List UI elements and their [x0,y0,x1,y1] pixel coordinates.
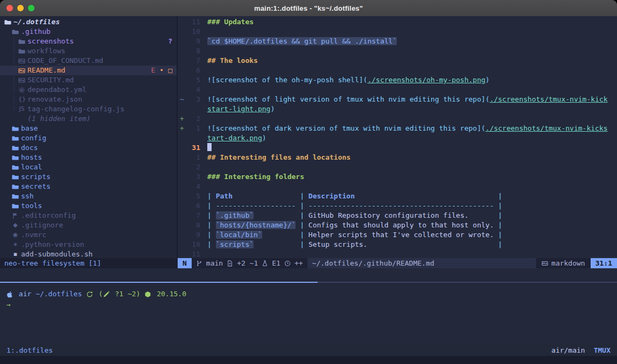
git-status-badge: □ [168,66,172,75]
gutter-sign [178,240,186,249]
editor-line[interactable]: 6| ------------------- | ---------------… [178,201,617,211]
tree-item-renovate-json[interactable]: │{}renovate.json [0,95,177,104]
syntax-segment: | [207,192,216,200]
line-number: 11 [186,249,200,258]
traffic-lights [6,5,34,11]
tree-item-secrets[interactable]: secrets [0,182,177,191]
tree-item-1-hidden-item[interactable]: (1 hidden item) [0,114,177,124]
editor-line[interactable]: tart-dark.png) [178,133,617,143]
prompt-token: ~/.dotfiles [36,289,86,299]
editor-line[interactable]: 10| `scripts` | Setup scripts. | [178,240,617,249]
editor-line[interactable]: 5| Path | Description | [178,191,617,201]
line-number: 4 [186,85,200,95]
line-text [207,143,212,153]
syntax-segment: | [207,211,216,219]
zoom-button[interactable] [28,5,34,11]
close-button[interactable] [6,5,13,11]
tree-item-label: .python-version [21,240,84,249]
tree-item-base[interactable]: base [0,124,177,133]
tree-item-ssh[interactable]: ssh [0,191,177,201]
editor-line[interactable]: 4 [178,85,617,95]
syntax-segment: Setup scripts. [308,240,368,248]
line-text: ![screenshot of dark version of tmux wit… [207,124,608,133]
tree-item-workflows[interactable]: │workflows [0,46,177,56]
editor-line[interactable]: +1![screenshot of dark version of tmux w… [178,124,617,133]
syntax-segment [468,211,494,219]
syntax-segment: GitHub Repository configuration files. [308,211,468,219]
tree-item-gitignore[interactable]: ◆.gitignore [0,220,177,230]
editor-line[interactable]: 7| `.github` | GitHub Repository configu… [178,211,617,220]
editor-line[interactable]: 9| `local/bin` | Helper scripts that I'v… [178,230,617,240]
statusline-token: ++ [295,259,303,267]
gutter-sign [178,104,186,114]
editor-line[interactable]: +2 [178,114,617,124]
editor-line[interactable]: ~3![screenshot of light version of tmux … [178,95,617,104]
folder-icon [4,19,11,26]
prompt-symbol[interactable]: → [6,300,617,310]
gutter-sign [178,46,186,56]
tree-item-tag-changelog-config-js[interactable]: └JStag-changelog-config.js [0,104,177,114]
md-icon [18,67,25,74]
statusline-filetype: markdown [542,259,585,267]
editor-line[interactable]: 5![screenshot of the oh-my-posh shell](.… [178,75,617,85]
syntax-segment: | [494,211,502,219]
line-number: 10 [186,27,200,37]
tree-item-label: secrets [21,182,51,191]
editor-line[interactable]: start-light.png) [178,104,617,114]
shell-pane[interactable]: air ~/.dotfiles ( ?1 ~2) 20.15.0 → [0,283,617,344]
syntax-segment: ------------------- [216,202,296,210]
line-number: 6 [186,66,200,75]
tree-item-hosts[interactable]: hosts [0,153,177,162]
gutter-sign [178,249,186,258]
gutter-sign [178,211,186,220]
editor-line[interactable]: 11### Updates [178,17,617,27]
editor-line[interactable]: 3### Interesting folders [178,172,617,182]
tree-item-security-md[interactable]: │SECURITY.md [0,75,177,85]
editor-line[interactable]: 7## The looks [178,56,617,66]
tree-item-tools[interactable]: tools [0,201,177,211]
line-number: 10 [186,240,200,249]
editor-buffer[interactable]: 11### Updates 10 9`cd $HOME/.dotfiles &&… [178,16,617,258]
tree-item-dotfiles[interactable]: ~/.dotfiles [0,17,177,27]
editor-line[interactable]: 8 [178,46,617,56]
tree-item-label: .editorconfig [21,211,76,220]
status-row: neo-tree filesystem [1] N main+2 ~1E1++ … [0,258,617,268]
editor-line[interactable]: 9`cd $HOME/.dotfiles && git pull && ./in… [178,37,617,46]
editor-line[interactable]: 6 [178,66,617,75]
tree-item-scripts[interactable]: scripts [0,172,177,182]
minimize-button[interactable] [17,5,24,11]
tree-item-badges: ? [168,37,172,46]
tree-item-label: screenshots [27,37,74,46]
tree-item-github[interactable]: .github [0,27,177,37]
syntax-segment: ./screenshots/tmux-nvim-kicks [486,124,608,132]
tree-item-label: hosts [21,153,42,162]
tmux-window-item[interactable]: 1:.dotfiles [6,346,53,354]
editor-line[interactable]: 31 [178,143,617,153]
folder-icon [18,38,25,45]
tree-item-nvmrc[interactable]: ◉.nvmrc [0,230,177,240]
tree-item-label: workflows [27,46,65,56]
tree-item-screenshots[interactable]: │screenshots? [0,37,177,46]
editor-line[interactable]: 10 [178,27,617,37]
tree-item-editorconfig[interactable]: .editorconfig [0,211,177,220]
folder-icon [12,125,19,132]
editor-line[interactable]: 8| `hosts/{hostname}/` | Configs that sh… [178,220,617,230]
tree-item-docs[interactable]: docs [0,143,177,153]
editor-line[interactable]: 2 [178,162,617,172]
tree-item-add-submodules-sh[interactable]: ▪add-submodules.sh [0,249,177,258]
editor-line[interactable]: 11 [178,249,617,258]
tree-item-code-of-conduct-md[interactable]: │CODE_OF_CONDUCT.md [0,56,177,66]
tree-item-readme-md[interactable]: │README.mdE•□ [0,66,177,75]
line-number: 1 [186,124,200,133]
editor-line[interactable]: 1## Interesting files and locations [178,153,617,162]
neotree-sidebar[interactable]: ~/.dotfiles.github│screenshots?│workflow… [0,16,177,258]
syntax-segment: ![screenshot of light version of tmux wi… [207,95,489,103]
tree-item-config[interactable]: config [0,133,177,143]
editor-line[interactable]: 4 [178,182,617,191]
tree-item-dependabot-yml[interactable]: │dependabot.yml [0,85,177,95]
tree-item-local[interactable]: local [0,162,177,172]
tree-item-python-version[interactable]: ∗.python-version [0,240,177,249]
prompt-token: 20.15.0 [152,289,186,299]
tree-item-label: .nvmrc [21,230,46,240]
syntax-segment: ) [262,134,267,142]
